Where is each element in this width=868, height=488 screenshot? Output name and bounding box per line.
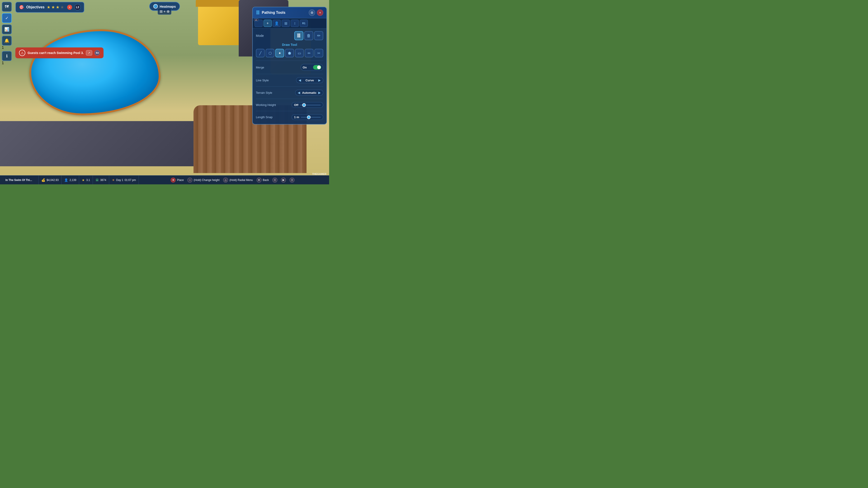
tool-btn-star[interactable]: ✦ xyxy=(275,49,284,57)
error-notification: ⚠ Guests can't reach Swimming Pool 3. ↗ … xyxy=(16,47,103,58)
sidebar-map-btn[interactable]: 🗺 xyxy=(2,2,12,12)
bottom-bar: In The Swim Of Thi... 💰 $4,042.93 👤 2,13… xyxy=(0,175,329,184)
objectives-icon: 🎯 xyxy=(19,5,24,10)
action-radial: △ (Hold) Radial Menu xyxy=(223,177,253,183)
radial-key: △ xyxy=(223,177,228,183)
terrain-style-prev-btn[interactable]: ◀ xyxy=(297,91,301,94)
action-forward: ⟩⟩ xyxy=(289,177,294,183)
heatmaps-label: Heatmaps xyxy=(160,4,176,8)
star-4: ★ xyxy=(60,5,64,10)
mode-row: Mode 🛤 🗑 ✏ xyxy=(256,31,323,40)
star-container: ★ ★ ★ ★ xyxy=(47,5,64,10)
tool-btn-rect[interactable]: ▭ xyxy=(295,49,304,57)
objectives-panel: 🎯 Objectives ★ ★ ★ ★ × L3 xyxy=(16,2,84,13)
merge-label: Merge xyxy=(256,66,301,69)
action-rewind: ⟨⟨ xyxy=(272,177,277,183)
panel-tab-add[interactable]: + xyxy=(264,20,272,27)
error-icon: ⚠ xyxy=(19,50,25,56)
line-style-prev-btn[interactable]: ◀ xyxy=(298,78,302,82)
sun-icon: ☀ xyxy=(112,178,115,182)
mode-btn-delete[interactable]: 🗑 xyxy=(304,31,313,40)
error-action-icon: ↗ xyxy=(88,51,90,55)
pool-area xyxy=(23,18,176,120)
panel-tab-r1[interactable]: R1 xyxy=(300,20,308,27)
back-key: ⊕ xyxy=(256,177,261,183)
sidebar-check-wrapper: ✓ xyxy=(2,13,12,23)
l3-label: L3 xyxy=(76,6,79,9)
sidebar-bell-wrapper: 🔔 1 xyxy=(2,36,12,50)
terrain-style-text: Automatic xyxy=(302,91,316,94)
place-label: Place xyxy=(177,178,184,182)
line-style-text: Curve xyxy=(303,78,316,82)
park-value-section: 🏛 3874 xyxy=(93,175,109,184)
merge-toggle-switch[interactable] xyxy=(313,65,321,70)
panel-header: 🛤 Pathing Tools ⚙ × xyxy=(253,7,327,18)
terrain-style-row: Terrain Style ◀ Automatic ▶ xyxy=(256,88,323,97)
mode-label: Mode xyxy=(256,34,294,37)
height-label: (Hold) Change height xyxy=(194,178,219,182)
length-snap-track[interactable] xyxy=(301,117,321,118)
game-title-section: In The Swim Of Thi... xyxy=(3,175,39,184)
length-snap-label: Length Snap xyxy=(256,116,291,119)
park-value: 3874 xyxy=(100,178,106,182)
terrain-style-label: Terrain Style xyxy=(256,91,295,94)
settings-divider-2 xyxy=(256,74,323,74)
sidebar-bell-btn[interactable]: 🔔 xyxy=(2,36,12,46)
panel-close-btn[interactable]: × xyxy=(317,9,323,16)
line-style-value: ◀ Curve ▶ xyxy=(296,77,323,83)
merge-toggle-container: On xyxy=(301,64,323,71)
mode-btn-draw[interactable]: 🛤 xyxy=(294,31,303,40)
panel-tab-person[interactable]: 👤 xyxy=(273,20,281,27)
line-style-next-btn[interactable]: ▶ xyxy=(318,78,321,82)
rating-section: ★ 3.1 xyxy=(79,175,93,184)
sidebar-chart-btn[interactable]: 📊 xyxy=(2,24,12,34)
info-badge: 1 xyxy=(2,61,12,65)
height-key: ○ xyxy=(187,177,192,183)
watermark: THEGAMER xyxy=(312,173,327,175)
tool-btn-diamond[interactable]: ⬟ xyxy=(285,49,294,57)
working-height-value: Off xyxy=(291,102,323,108)
yellow-building xyxy=(198,4,243,45)
mode-buttons: 🛤 🗑 ✏ xyxy=(294,31,323,40)
bell-badge: 1 xyxy=(2,46,12,50)
tool-btn-pencil[interactable]: ✏ xyxy=(305,49,313,57)
heatmap-icon xyxy=(153,4,158,8)
r3-badge: R3 xyxy=(94,50,100,56)
camera-box-icon: ⊞ xyxy=(160,9,162,13)
play-key: ▶ xyxy=(281,177,286,183)
watermark-text: THEGAMER xyxy=(312,173,327,175)
bottom-actions: ⊗ Place ○ (Hold) Change height △ (Hold) … xyxy=(139,177,327,183)
sidebar-check-btn[interactable]: ✓ xyxy=(2,13,12,23)
l1-tab-wrapper: L1 xyxy=(254,20,263,27)
panel-title: Pathing Tools xyxy=(262,11,307,15)
tool-grid: ╱ ⬡ ✦ ⬟ ▭ ✏ ✂ xyxy=(256,49,323,57)
panel-tab-arrows[interactable]: ↕ xyxy=(291,20,299,27)
objectives-title: Objectives xyxy=(26,5,44,9)
draw-tool-label: Draw Tool xyxy=(256,43,323,46)
panel-tab-grid[interactable]: ⊞ xyxy=(282,20,290,27)
tool-btn-line[interactable]: ╱ xyxy=(256,49,265,57)
working-height-track[interactable] xyxy=(300,105,321,105)
working-height-thumb[interactable] xyxy=(302,103,306,107)
terrain-style-next-btn[interactable]: ▶ xyxy=(318,91,321,94)
error-text: Guests can't reach Swimming Pool 3. xyxy=(28,51,84,55)
time-section: ☀ Day 1 01:07 pm xyxy=(109,175,139,184)
terrain-style-value: ◀ Automatic ▶ xyxy=(295,90,323,96)
tool-btn-scissors[interactable]: ✂ xyxy=(314,49,323,57)
length-snap-row: Length Snap 1 m xyxy=(256,113,323,121)
mode-btn-edit[interactable]: ✏ xyxy=(314,31,323,40)
panel-settings-btn[interactable]: ⚙ xyxy=(309,9,315,16)
working-height-row: Working Height Off xyxy=(256,101,323,109)
tool-btn-hex[interactable]: ⬡ xyxy=(266,49,274,57)
sidebar-info-btn[interactable]: ℹ xyxy=(2,51,12,61)
error-action-btn[interactable]: ↗ xyxy=(86,50,92,56)
line-style-label: Line Style xyxy=(256,78,296,82)
radial-label: (Hold) Radial Menu xyxy=(229,178,253,182)
camera-cross-icon: ⊕ xyxy=(166,9,169,13)
objectives-close-btn[interactable]: × xyxy=(67,5,72,10)
length-snap-thumb[interactable] xyxy=(307,116,311,119)
action-back: ⊕ Back xyxy=(256,177,269,183)
camera-plus-icon: + xyxy=(163,9,165,13)
panel-tab-l1[interactable]: L1 xyxy=(254,20,263,27)
camera-move-btn[interactable]: ⊞ + ⊕ xyxy=(158,8,171,15)
